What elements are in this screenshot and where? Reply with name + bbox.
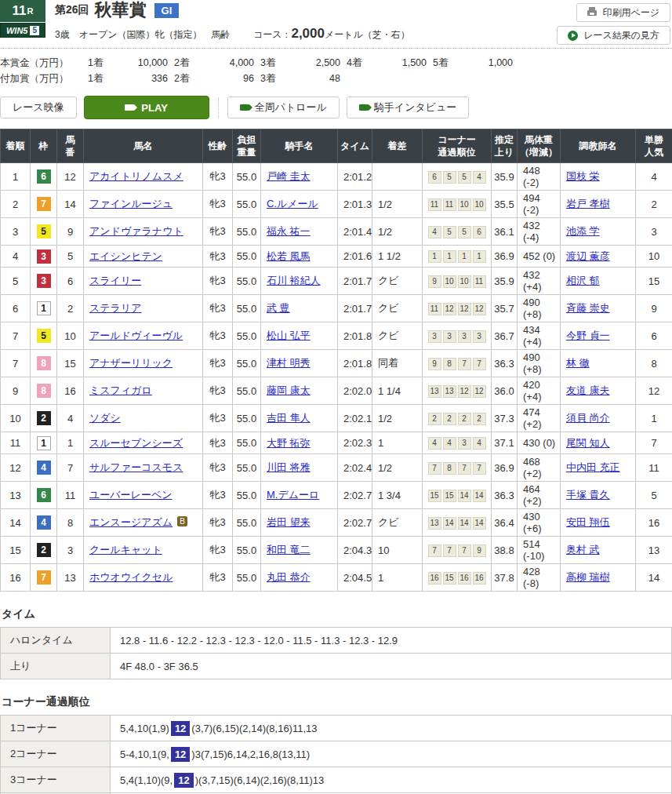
sex-age: 牝3 (203, 350, 233, 377)
jockey-link[interactable]: 武 豊 (267, 302, 290, 314)
corner-position: 6 (473, 226, 486, 239)
jockey-link[interactable]: 藤岡 康太 (267, 384, 311, 396)
jockey-cell: 藤岡 康太 (261, 377, 338, 405)
trainer-link[interactable]: 高柳 瑞樹 (566, 571, 610, 583)
trainer-link[interactable]: 今野 貞一 (566, 330, 610, 341)
corner-position: 5 (458, 226, 471, 239)
trainer-cell: 安田 翔伍 (561, 509, 636, 537)
jockey-link[interactable]: 津村 明秀 (267, 357, 311, 369)
horse-number: 15 (57, 350, 84, 377)
horse-name-link[interactable]: スライリー (89, 275, 141, 286)
horse-name-link[interactable]: アールドヴィーヴル (89, 330, 183, 341)
last-3f: 35.9 (492, 268, 518, 295)
margin-cell: クビ (372, 322, 423, 350)
jockey-link[interactable]: 川田 将雅 (267, 461, 311, 473)
last-3f: 36.9 (492, 246, 518, 268)
sex-age: 牝3 (203, 163, 233, 191)
trainer-link[interactable]: 須貝 尚介 (566, 412, 610, 424)
trainer-link[interactable]: 友道 康夫 (566, 384, 610, 396)
corner-position: 3 (458, 437, 471, 450)
jockey-link[interactable]: 福永 祐一 (267, 225, 311, 237)
corner-position: 14 (458, 490, 471, 502)
horse-name-link[interactable]: サルファーコスモス (89, 461, 183, 473)
prize-place: 2着 (174, 71, 204, 86)
horse-name-link[interactable]: ミスフィガロ (89, 384, 152, 396)
horse-name-link[interactable]: ホウオウイクセル (89, 571, 173, 583)
jockey-link[interactable]: 岩田 望来 (267, 516, 311, 528)
corner-position: 10 (473, 198, 486, 211)
trainer-link[interactable]: 尾関 知人 (566, 437, 610, 449)
trainer-link[interactable]: 奥村 武 (566, 544, 600, 555)
horse-name-link[interactable]: アンドヴァラナウト (89, 225, 183, 237)
arrow-circle-icon (568, 31, 578, 41)
race-video-button[interactable]: レース映像 (0, 97, 77, 118)
horse-name-link[interactable]: アカイトリノムスメ (89, 170, 183, 182)
trainer-link[interactable]: 国枝 栄 (566, 170, 600, 182)
race-conditions: 3歳 オープン（国際）牝（指定） 馬齢 コース：2,000メートル（芝・右） (55, 26, 557, 42)
corner-position: 13 (428, 385, 441, 398)
play-button[interactable]: PLAY (84, 96, 209, 119)
jockey-link[interactable]: C.ルメール (267, 198, 318, 209)
trainer-link[interactable]: 斉藤 崇史 (566, 302, 610, 314)
corner-position: 4 (473, 171, 486, 184)
trainer-cell: 国枝 栄 (561, 163, 636, 191)
horse-name-link[interactable]: ユーバーレーベン (89, 489, 173, 501)
last-up-label: 上り (1, 654, 111, 679)
corner-passing-cell: 13141414 (423, 509, 492, 537)
body-weight: 448 (-2) (518, 163, 561, 191)
win-popularity: 2 (636, 191, 672, 218)
corner-passing-cell: 9101011 (423, 268, 492, 295)
jockey-link[interactable]: 松山 弘平 (267, 330, 311, 341)
corner-highlight: 12 (171, 747, 190, 762)
play-label: PLAY (141, 102, 167, 114)
patrol-video-button[interactable]: 全周パトロール (227, 97, 340, 118)
last-3f: 37.3 (492, 405, 518, 432)
trainer-link[interactable]: 池添 学 (566, 225, 600, 237)
jockey-link[interactable]: 大野 拓弥 (267, 437, 311, 449)
horse-name-link[interactable]: エイシンヒテン (89, 250, 162, 262)
corner-passing-cell: 7779 (423, 537, 492, 564)
jockey-link[interactable]: 松若 風馬 (267, 250, 311, 262)
trainer-link[interactable]: 林 徹 (566, 357, 590, 369)
jockey-link[interactable]: M.デムーロ (267, 489, 319, 501)
jockey-interview-button[interactable]: 騎手インタビュー (347, 97, 470, 118)
horse-name-link[interactable]: ステラリア (89, 302, 142, 314)
results-column-header: 騎手名 (261, 129, 338, 163)
horse-name-link[interactable]: スルーセブンシーズ (89, 437, 183, 449)
results-column-header: コーナー 通過順位 (423, 129, 492, 163)
trainer-link[interactable]: 相沢 郁 (566, 275, 600, 286)
prize-value: 96 (204, 71, 260, 86)
body-weight: 432 (-4) (518, 218, 561, 246)
horse-name-link[interactable]: ソダシ (89, 412, 121, 424)
trainer-link[interactable]: 手塚 貴久 (566, 489, 610, 501)
corner-position: 6 (428, 171, 441, 184)
body-weight: 420 (+4) (518, 377, 561, 405)
horse-name-link[interactable]: クールキャット (89, 544, 162, 555)
horse-name-link[interactable]: ファインルージュ (89, 198, 173, 209)
jockey-link[interactable]: 吉田 隼人 (267, 412, 311, 424)
horse-name-link[interactable]: エンスージアズム (89, 516, 173, 528)
horse-number: 11 (57, 482, 84, 509)
horse-name-link[interactable]: アナザーリリック (89, 357, 173, 369)
jockey-link[interactable]: 石川 裕紀人 (267, 275, 321, 286)
race-video-label: レース映像 (13, 100, 64, 115)
finish-position: 13 (1, 482, 31, 509)
trainer-cell: 手塚 貴久 (561, 482, 636, 509)
camera-icon (240, 104, 249, 111)
result-guide-button[interactable]: レース結果の見方 (557, 26, 670, 45)
jockey-link[interactable]: 和田 竜二 (267, 544, 311, 555)
print-page-button[interactable]: 印刷用ページ (576, 3, 670, 22)
finish-position: 15 (1, 537, 31, 564)
trainer-link[interactable]: 安田 翔伍 (566, 516, 610, 528)
last-3f: 36.4 (492, 509, 518, 537)
trainer-link[interactable]: 中内田 充正 (566, 461, 620, 473)
margin-cell: 1 (372, 564, 423, 592)
win-popularity: 12 (636, 377, 672, 405)
win-popularity: 9 (636, 295, 672, 322)
results-table-body: 1 6 12 アカイトリノムスメ 牝3 55.0 戸崎 圭太 2:01.2 65… (1, 163, 672, 592)
trainer-link[interactable]: 渡辺 薫彦 (566, 250, 610, 262)
jockey-link[interactable]: 戸崎 圭太 (267, 170, 311, 182)
trainer-link[interactable]: 岩戸 孝樹 (566, 198, 610, 209)
jockey-link[interactable]: 丸田 恭介 (267, 571, 311, 583)
body-weight: 514 (-10) (518, 537, 561, 564)
